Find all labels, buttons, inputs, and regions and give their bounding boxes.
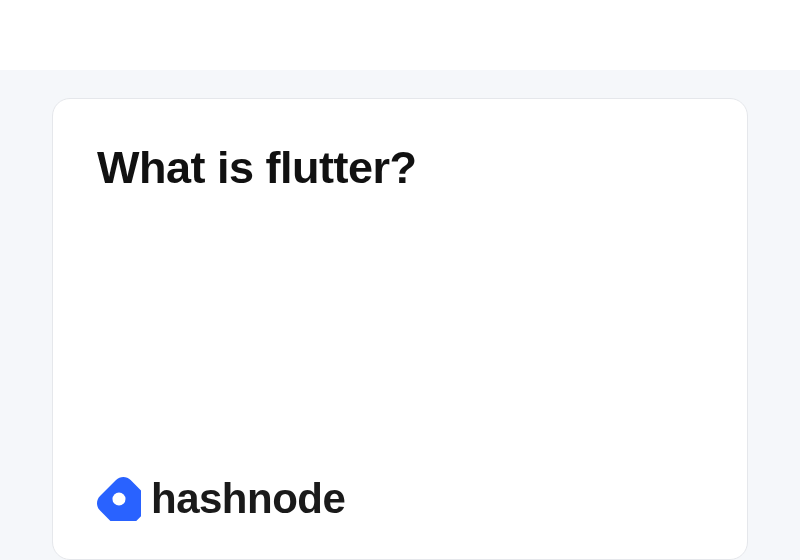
brand-attribution: hashnode xyxy=(97,475,703,523)
hashnode-icon xyxy=(97,477,141,521)
page-background: What is flutter? hashnode xyxy=(0,70,800,560)
article-title: What is flutter? xyxy=(97,143,703,193)
svg-point-0 xyxy=(112,492,125,505)
brand-name: hashnode xyxy=(151,475,345,523)
top-white-strip xyxy=(0,0,800,70)
article-card: What is flutter? hashnode xyxy=(52,98,748,560)
